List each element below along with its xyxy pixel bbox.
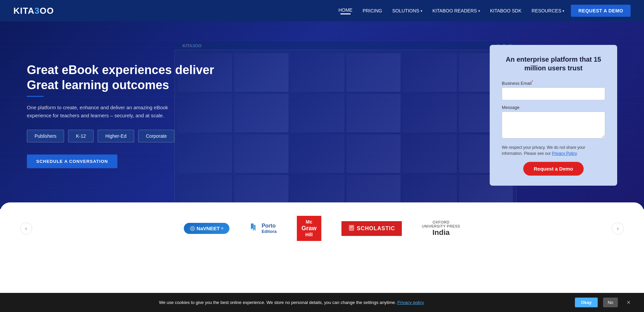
hero-content: Great eBook experiences deliver Great le…: [27, 62, 228, 168]
hero-section: KITA3OO: [0, 21, 644, 209]
request-demo-form-button[interactable]: Request a Demo: [523, 162, 584, 176]
nav-item-solutions[interactable]: SOLUTIONS ▾: [392, 8, 422, 13]
chevron-right-icon: ›: [617, 226, 619, 232]
chevron-down-icon: ▾: [478, 9, 480, 13]
scholastic-text: SCHOLASTIC: [357, 226, 395, 232]
chevron-down-icon: ▾: [562, 9, 564, 13]
request-demo-nav-button[interactable]: REQUEST A DEMO: [571, 5, 631, 17]
chevron-down-icon: ▾: [421, 9, 422, 13]
mock-book: [234, 134, 288, 173]
navneet-text: NaVNEET: [197, 226, 220, 231]
nav-item-pricing[interactable]: PRICING: [363, 8, 382, 13]
nav-active-indicator: [340, 13, 351, 14]
mock-book: [402, 94, 457, 132]
hero-form-area: An enterprise platform that 15 million u…: [483, 45, 617, 186]
nav-links: HOME PRICING SOLUTIONS ▾ KITABOO READERS…: [338, 7, 565, 14]
navneet-logo: NaVNEET®: [184, 223, 229, 234]
corporate-button[interactable]: Corporate: [138, 130, 174, 142]
mock-book: [402, 53, 457, 92]
oxford-logo: OXFORD UNIVERSITY PRESS India: [422, 220, 460, 237]
publishers-button[interactable]: Publishers: [27, 130, 64, 142]
mcgraw-text: Mc Graw Hill: [297, 216, 321, 241]
svg-rect-2: [350, 226, 353, 227]
schedule-conversation-button[interactable]: SCHEDULE A CONVERSATION: [27, 154, 117, 168]
partner-logos: NaVNEET® Porto Editora: [52, 216, 592, 241]
hero-title-underline: [27, 96, 44, 97]
nav-item-readers[interactable]: KITABOO READERS ▾: [432, 8, 480, 13]
mock-book: [290, 94, 344, 132]
partners-section: ‹ NaVNEET®: [0, 202, 644, 254]
nav-link-sdk[interactable]: KITABOO SDK: [490, 8, 522, 13]
partners-inner: ‹ NaVNEET®: [20, 216, 624, 241]
navbar: KITA3OO HOME PRICING SOLUTIONS ▾ KITABOO…: [0, 0, 644, 21]
privacy-policy-link[interactable]: Privacy Policy: [552, 151, 577, 156]
nav-link-solutions[interactable]: SOLUTIONS ▾: [392, 8, 422, 13]
mcgraw-hill-logo: Mc Graw Hill: [297, 216, 321, 241]
message-label: Message: [502, 105, 605, 110]
mock-book: [290, 53, 344, 92]
oxford-press-text: UNIVERSITY PRESS: [422, 224, 460, 228]
higher-ed-button[interactable]: Higher-Ed: [98, 130, 134, 142]
partners-prev-button[interactable]: ‹: [20, 223, 32, 235]
nav-item-sdk[interactable]: KITABOO SDK: [490, 8, 522, 13]
nav-link-pricing[interactable]: PRICING: [363, 8, 382, 13]
nav-link-readers[interactable]: KITABOO READERS ▾: [432, 8, 480, 13]
nav-item-home[interactable]: HOME: [338, 7, 353, 14]
mock-book: [346, 94, 400, 132]
chevron-left-icon: ‹: [25, 226, 27, 232]
svg-point-0: [190, 226, 195, 231]
mock-book: [346, 53, 400, 92]
mock-book: [234, 94, 288, 132]
mock-book: [346, 134, 400, 173]
privacy-notice: We respect your privacy. We do not share…: [502, 144, 605, 157]
hero-audience-buttons: Publishers K-12 Higher-Ed Corporate: [27, 130, 228, 142]
porto-editora-logo: Porto Editora: [250, 223, 277, 234]
nav-link-resources[interactable]: RESOURCES ▾: [532, 8, 565, 13]
mockup-header: KITA3OO: [174, 42, 517, 50]
demo-request-form-card: An enterprise platform that 15 million u…: [490, 45, 617, 186]
porto-icon: [250, 223, 259, 234]
navneet-icon: [190, 226, 195, 231]
message-textarea[interactable]: [502, 112, 605, 138]
site-logo[interactable]: KITA3OO: [13, 6, 54, 16]
form-card-title: An enterprise platform that 15 million u…: [502, 55, 605, 72]
porto-text: Porto Editora: [262, 223, 277, 234]
porto-bookmark-icon: [250, 223, 259, 232]
scholastic-book-icon: [348, 225, 355, 233]
hero-title: Great eBook experiences deliver Great le…: [27, 62, 228, 92]
partners-next-button[interactable]: ›: [612, 223, 624, 235]
navneet-reg: ®: [221, 227, 223, 230]
svg-rect-3: [350, 227, 353, 228]
email-label: Business Email*: [502, 80, 605, 86]
oxford-university-text: OXFORD: [433, 220, 449, 224]
mock-book: [234, 53, 288, 92]
svg-rect-1: [349, 225, 354, 231]
hero-subtitle: One platform to create, enhance and deli…: [27, 104, 188, 120]
nav-item-resources[interactable]: RESOURCES ▾: [532, 8, 565, 13]
k12-button[interactable]: K-12: [68, 130, 94, 142]
oxford-india-text: India: [432, 228, 449, 237]
mock-book: [402, 134, 457, 173]
email-input[interactable]: [502, 87, 605, 100]
scholastic-logo: SCHOLASTIC: [341, 221, 402, 236]
nav-link-home[interactable]: HOME: [338, 7, 353, 13]
mock-book: [290, 134, 344, 173]
